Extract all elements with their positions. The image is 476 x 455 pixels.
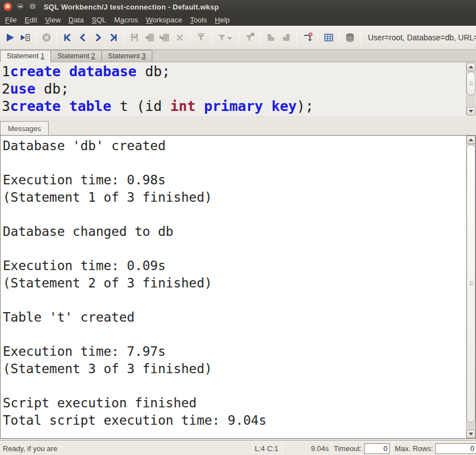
tab-statement-1[interactable]: Statement 1 <box>0 50 51 62</box>
sql-editor[interactable]: 1create database db;2use db;3create tabl… <box>0 62 476 116</box>
label-pre: Statement <box>7 52 40 60</box>
data-pumper-button[interactable] <box>321 30 336 45</box>
editor-scrollbar[interactable] <box>466 63 475 115</box>
code-token: use <box>10 81 35 97</box>
previous-statement-button[interactable] <box>75 30 90 45</box>
code-token: t (id <box>111 98 170 114</box>
timeout-input[interactable] <box>364 443 390 454</box>
toolbar-separator <box>57 31 57 44</box>
scroll-up-button[interactable] <box>466 63 475 71</box>
menu-item-file[interactable]: File <box>1 14 21 26</box>
filter-icon <box>195 32 207 43</box>
label-mnemonic: V <box>45 16 49 24</box>
label-mnemonic: E <box>25 16 30 24</box>
messages-scrollbar-thumb[interactable] <box>466 145 475 422</box>
label-mnemonic: H <box>215 16 220 24</box>
statement-tab-bar: Statement 1Statement 2Statement 3 <box>0 50 476 62</box>
toolbar-separator <box>35 31 36 44</box>
close-button[interactable]: ✕ <box>3 2 12 11</box>
label-mnemonic: 2 <box>91 52 95 60</box>
execute-current-button[interactable] <box>17 30 32 45</box>
label-mnemonic: 1 <box>40 52 44 60</box>
line-number: 1 <box>2 63 10 80</box>
scroll-down-button[interactable] <box>466 107 475 115</box>
minimize-button[interactable] <box>16 2 25 11</box>
message-line: Database 'db' created <box>3 137 463 155</box>
first-statement-button[interactable] <box>60 30 75 45</box>
message-line: (Statement 3 of 3 finished) <box>3 360 463 378</box>
label-post: orkspace <box>153 16 183 24</box>
scroll-down-button[interactable] <box>466 430 475 438</box>
copy-row-icon <box>159 32 170 43</box>
toolbar-separator <box>360 31 361 44</box>
status-message: Ready, if you are <box>0 444 252 453</box>
toolbar-separator <box>296 31 297 44</box>
next-statement-button[interactable] <box>90 30 105 45</box>
menubar: FileEditViewDataSQLMacrosWorkspaceToolsH… <box>0 13 476 26</box>
menu-item-view[interactable]: View <box>41 14 64 26</box>
scroll-up-button[interactable] <box>466 136 475 144</box>
menu-item-workspace[interactable]: Workspace <box>142 14 186 26</box>
message-line <box>3 377 463 394</box>
message-line <box>3 326 463 343</box>
next-icon <box>92 32 104 43</box>
arrow-up-icon <box>469 66 473 68</box>
label-mnemonic: F <box>5 16 10 24</box>
maximize-button[interactable] <box>28 2 37 11</box>
filter-dropdown-icon <box>217 32 234 43</box>
message-line: Script execution finished <box>3 394 463 412</box>
window-title: SQL Workbench/J test-connection - Defaul… <box>44 3 219 11</box>
maxrows-input[interactable] <box>435 443 476 454</box>
messages-tab-bar: Messages <box>0 118 476 135</box>
messages-scrollbar[interactable] <box>466 136 475 438</box>
code-token: db; <box>35 81 69 97</box>
menu-item-tools[interactable]: Tools <box>186 14 211 26</box>
label-post: ools <box>194 16 207 24</box>
disconnect-button[interactable] <box>300 30 315 45</box>
filter-dropdown-button <box>214 30 236 45</box>
message-line: Database changed to db <box>3 223 463 240</box>
label-post: iew <box>50 16 61 24</box>
execute-all-button[interactable] <box>2 30 17 45</box>
arrow-down-icon <box>469 110 473 113</box>
code-token <box>195 98 204 114</box>
copy-row-button <box>157 30 172 45</box>
menu-item-help[interactable]: Help <box>211 14 234 26</box>
editor-scrollbar-thumb[interactable] <box>466 72 475 95</box>
tab-statement-3[interactable]: Statement 3 <box>101 50 152 62</box>
label-post: cros <box>124 16 138 24</box>
code-token: db; <box>137 63 170 80</box>
cursor-position: L:4 C:1 <box>253 444 282 453</box>
maxrows-label: Max. Rows: <box>395 444 433 453</box>
message-line: Total script execution time: 9.04s <box>3 412 463 429</box>
reset-filter-button <box>242 30 257 45</box>
label-post: ile <box>10 16 17 24</box>
tab-messages[interactable]: Messages <box>0 121 49 135</box>
stop-icon <box>41 32 52 43</box>
first-icon <box>62 32 73 43</box>
toolbar: User=root, Database=db, URL=jdbc:mysq <box>0 26 476 50</box>
label-pre: Statement <box>108 52 142 60</box>
tab-statement-2[interactable]: Statement 2 <box>50 50 101 62</box>
execution-time: 9.04s <box>282 444 331 453</box>
editor-text[interactable]: 1create database db;2use db;3create tabl… <box>2 63 465 116</box>
toolbar-separator <box>123 31 124 44</box>
database-icon <box>344 32 356 43</box>
label-pre: M <box>114 16 120 24</box>
minimize-icon <box>18 6 22 7</box>
last-statement-button[interactable] <box>105 30 120 45</box>
menu-item-sql[interactable]: SQL <box>88 14 110 26</box>
code-token: create table <box>10 98 111 114</box>
menu-item-data[interactable]: Data <box>64 14 87 26</box>
grip-icon <box>469 281 473 286</box>
menu-item-macros[interactable]: Macros <box>110 14 142 26</box>
message-line <box>3 291 463 309</box>
database-explorer-button[interactable] <box>342 30 357 45</box>
messages-panel[interactable]: Database 'db' created Execution time: 0.… <box>0 135 476 439</box>
close-icon: ✕ <box>6 4 10 10</box>
menu-item-edit[interactable]: Edit <box>21 14 41 26</box>
line-number: 2 <box>2 81 10 97</box>
last-icon <box>108 32 119 43</box>
messages-text[interactable]: Database 'db' created Execution time: 0.… <box>3 137 463 429</box>
statusbar: Ready, if you are L:4 C:1 9.04s Timeout:… <box>0 441 476 455</box>
